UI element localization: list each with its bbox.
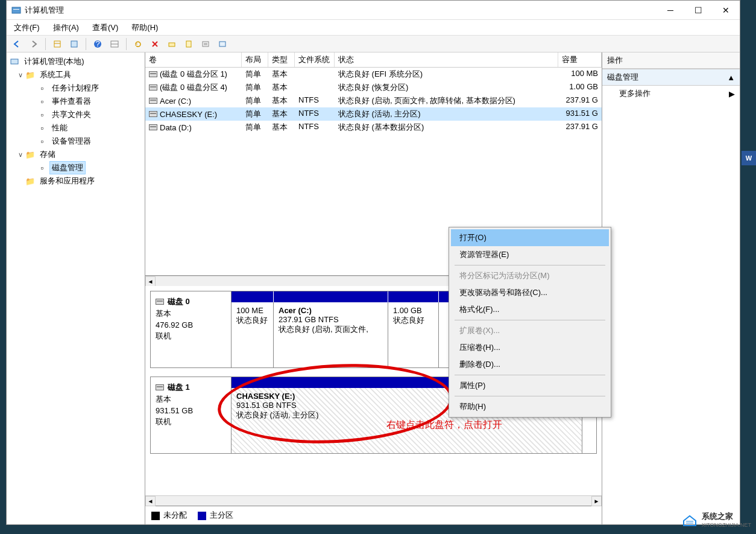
- tree-label: 共享文件夹: [50, 109, 93, 121]
- menu-action[interactable]: 操作(A): [51, 21, 81, 34]
- back-button[interactable]: [10, 37, 24, 51]
- item-icon: ▫: [37, 97, 48, 106]
- volume-name: CHASESKY (E:): [160, 110, 217, 119]
- legend-swatch-black: [151, 512, 160, 520]
- tree-item[interactable]: ▫设备管理器: [8, 135, 143, 148]
- volume-name: (磁盘 0 磁盘分区 4): [160, 82, 227, 93]
- context-menu-item[interactable]: 帮助(H): [451, 398, 609, 415]
- delete-button[interactable]: [148, 37, 162, 51]
- volume-row[interactable]: Data (D:) 简单 基本 NTFS 状态良好 (基本数据分区) 237.9…: [145, 121, 602, 134]
- expand-icon[interactable]: ∨: [16, 71, 25, 79]
- new-button[interactable]: [182, 37, 195, 51]
- menu-file[interactable]: 文件(F): [11, 21, 42, 34]
- partition-box[interactable]: Acer (C:)237.91 GB NTFS 状态良好 (启动, 页面文件,: [274, 302, 388, 367]
- volume-status: 状态良好 (基本数据分区): [335, 121, 558, 133]
- col-status[interactable]: 状态: [335, 52, 558, 67]
- tree-group[interactable]: ∨📁系统工具: [8, 68, 143, 81]
- legend-primary: 主分区: [198, 510, 233, 521]
- tree-root[interactable]: 计算机管理(本地): [8, 55, 143, 68]
- col-layout[interactable]: 布局: [242, 52, 268, 67]
- minimize-button[interactable]: ─: [657, 1, 684, 20]
- svg-rect-15: [11, 59, 18, 64]
- context-menu-item[interactable]: 资源管理器(E): [451, 246, 609, 263]
- disk-status: 联机: [156, 416, 226, 427]
- disk-status: 联机: [156, 331, 226, 342]
- tree-group[interactable]: 📁服务和应用程序: [8, 174, 143, 188]
- actions-more[interactable]: 更多操作 ▶: [602, 86, 740, 101]
- maximize-button[interactable]: ☐: [684, 1, 712, 20]
- tree-label: 任务计划程序: [50, 82, 101, 94]
- app-icon: [11, 5, 21, 15]
- volume-row[interactable]: (磁盘 0 磁盘分区 4) 简单 基本 状态良好 (恢复分区) 1.00 GB: [145, 81, 602, 94]
- volume-icon: [149, 111, 157, 117]
- refresh-button[interactable]: [131, 37, 145, 51]
- window-controls: ─ ☐ ✕: [657, 1, 740, 20]
- tree-item[interactable]: ▫事件查看器: [8, 95, 143, 108]
- tree-label: 事件查看器: [50, 95, 93, 107]
- volume-row[interactable]: CHASESKY (E:) 简单 基本 NTFS 状态良好 (活动, 主分区) …: [145, 107, 602, 121]
- context-menu-item[interactable]: 格式化(F)...: [451, 301, 609, 318]
- context-menu-item[interactable]: 更改驱动器号和路径(C)...: [451, 284, 609, 301]
- tree-pane[interactable]: 计算机管理(本地) ∨📁系统工具▫任务计划程序▫事件查看器▫共享文件夹▫性能▫设…: [7, 52, 145, 524]
- context-menu-item[interactable]: 删除卷(D)...: [451, 356, 609, 373]
- disk-size: 931.51 GB: [156, 406, 226, 415]
- help-button[interactable]: ?: [91, 37, 104, 51]
- view-split-button[interactable]: [108, 37, 121, 51]
- show-tree-button[interactable]: [51, 37, 64, 51]
- partition-box[interactable]: 1.00 GB 状态良好: [388, 302, 439, 367]
- context-menu[interactable]: 打开(O)资源管理器(E)将分区标记为活动分区(M)更改驱动器号和路径(C)..…: [449, 227, 611, 418]
- volume-row[interactable]: (磁盘 0 磁盘分区 1) 简单 基本 状态良好 (EFI 系统分区) 100 …: [145, 68, 602, 81]
- volume-capacity: 931.51 G: [558, 108, 602, 120]
- actions-section-disk[interactable]: 磁盘管理 ▲: [602, 69, 740, 86]
- folder-icon: 📁: [25, 70, 36, 80]
- scroll-left-button[interactable]: ◄: [145, 496, 156, 506]
- scroll-left-button[interactable]: ◄: [145, 276, 156, 287]
- tree-label: 系统工具: [38, 69, 73, 81]
- detail-button[interactable]: [216, 37, 229, 51]
- svg-rect-11: [203, 42, 209, 46]
- tree-item[interactable]: ▫共享文件夹: [8, 108, 143, 121]
- col-capacity[interactable]: 容量: [558, 52, 602, 67]
- menu-view[interactable]: 查看(V): [90, 21, 121, 34]
- expand-icon[interactable]: ∨: [16, 151, 25, 159]
- volume-layout: 简单: [242, 68, 268, 80]
- context-menu-item[interactable]: 打开(O): [451, 229, 609, 246]
- col-filesystem[interactable]: 文件系统: [295, 52, 335, 67]
- volume-capacity: 237.91 G: [558, 95, 602, 107]
- svg-rect-4: [71, 41, 77, 47]
- item-icon: ▫: [37, 163, 48, 173]
- close-button[interactable]: ✕: [712, 1, 740, 20]
- volume-capacity: 237.91 G: [558, 121, 602, 133]
- volume-row[interactable]: Acer (C:) 简单 基本 NTFS 状态良好 (启动, 页面文件, 故障转…: [145, 94, 602, 107]
- col-volume[interactable]: 卷: [145, 52, 242, 67]
- word-icon[interactable]: W: [742, 151, 756, 165]
- hscrollbar-graphic[interactable]: ◄ ►: [145, 495, 602, 506]
- context-menu-item: 扩展卷(X)...: [451, 322, 609, 339]
- partition-box[interactable]: 100 ME 状态良好: [232, 302, 274, 367]
- menu-help[interactable]: 帮助(H): [129, 21, 160, 34]
- properties-button[interactable]: [68, 37, 81, 51]
- tree-group[interactable]: ∨📁存储: [8, 148, 143, 161]
- disk-header[interactable]: 磁盘 1 基本 931.51 GB 联机: [151, 377, 232, 453]
- context-menu-item: 将分区标记为活动分区(M): [451, 267, 609, 284]
- list-button[interactable]: [199, 37, 212, 51]
- col-type[interactable]: 类型: [268, 52, 295, 67]
- volume-status: 状态良好 (活动, 主分区): [335, 108, 558, 120]
- legend: 未分配 主分区: [145, 506, 602, 524]
- disk-size: 476.92 GB: [156, 320, 226, 329]
- svg-rect-1: [13, 9, 19, 10]
- tree-item[interactable]: ▫任务计划程序: [8, 81, 143, 95]
- tree-item[interactable]: ▫磁盘管理: [8, 161, 143, 174]
- volume-status: 状态良好 (启动, 页面文件, 故障转储, 基本数据分区): [335, 95, 558, 107]
- volume-capacity: 100 MB: [558, 68, 602, 80]
- tree-label: 设备管理器: [50, 135, 93, 147]
- forward-button[interactable]: [27, 37, 40, 51]
- context-menu-item[interactable]: 属性(P): [451, 377, 609, 394]
- settings-button[interactable]: [165, 37, 178, 51]
- context-menu-item[interactable]: 压缩卷(H)...: [451, 339, 609, 356]
- scroll-right-button[interactable]: ►: [591, 496, 602, 506]
- disk-header[interactable]: 磁盘 0 基本 476.92 GB 联机: [151, 291, 232, 367]
- tree-item[interactable]: ▫性能: [8, 121, 143, 135]
- menu-separator: [455, 396, 605, 396]
- window-title: 计算机管理: [25, 5, 64, 16]
